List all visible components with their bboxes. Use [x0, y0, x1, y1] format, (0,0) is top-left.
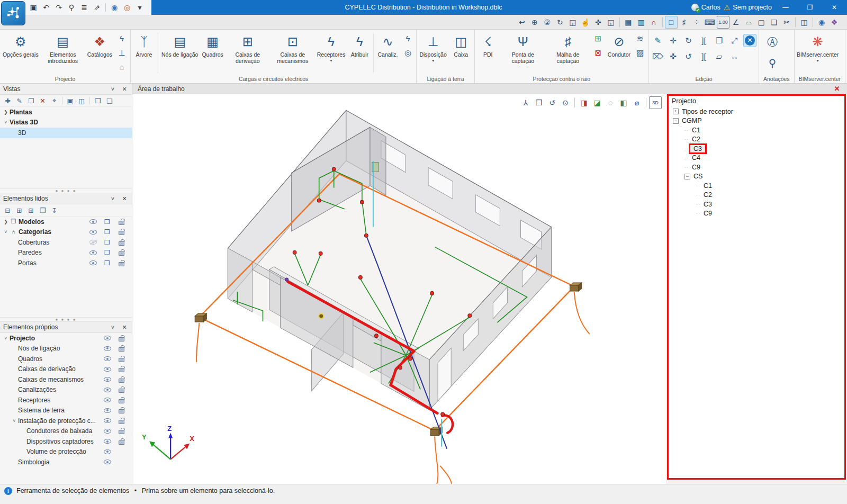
caixa-button[interactable]: ◫Caixa — [449, 31, 473, 59]
move-button[interactable]: ✛ — [666, 34, 680, 47]
visibility-icon[interactable] — [104, 449, 111, 454]
tree-item-3d[interactable]: 3D — [0, 128, 132, 138]
receptor-node-c4[interactable]: ··C4 — [672, 154, 841, 163]
unlock-icon[interactable] — [119, 251, 124, 256]
hatch-area[interactable]: ▨ — [633, 46, 647, 59]
canaliz-button[interactable]: ∿Canaliz. — [375, 31, 400, 59]
visibility-icon[interactable] — [89, 260, 97, 265]
delete-button[interactable]: ✕ — [743, 34, 756, 47]
unlock-icon[interactable] — [119, 221, 124, 225]
ortho-mode[interactable]: □ — [665, 16, 678, 29]
offset-plane-button[interactable]: ▱ — [713, 50, 726, 63]
protractor[interactable]: ⌓ — [742, 16, 755, 29]
unlock-icon[interactable] — [119, 347, 124, 352]
tree-panel-close-icon[interactable]: ✕ — [832, 85, 842, 93]
comments[interactable]: ❏ — [768, 16, 780, 29]
section-box[interactable]: ◨ — [578, 96, 590, 109]
tree-item-modelos[interactable]: ❯❒Modelos❒ — [0, 217, 132, 227]
collapse-panel-button[interactable]: ˅ — [109, 323, 117, 331]
move-point-button[interactable]: ✜ — [666, 50, 680, 63]
visibility-icon[interactable] — [104, 460, 111, 464]
window-layout[interactable]: ◫ — [798, 16, 810, 29]
zoom-window[interactable]: ◲ — [566, 16, 579, 29]
chevron-icon[interactable]: ❯ — [2, 110, 10, 115]
chevron-icon[interactable]: ˅ — [2, 336, 10, 341]
tree-item-portas[interactable]: Portas❒ — [0, 258, 132, 268]
edit-button[interactable]: ✎ — [651, 34, 664, 47]
export[interactable]: ⇗ — [91, 2, 103, 13]
tree-item-coberturas[interactable]: Coberturas❒ — [0, 237, 132, 248]
open-view[interactable]: ❒ — [92, 95, 103, 106]
3d-box-icon[interactable]: ❒ — [104, 259, 110, 267]
tree-item-canalizacoes[interactable]: Canalizações — [0, 385, 132, 395]
tree-item-caixas-de-mecanismos[interactable]: Caixas de mecanismos — [0, 374, 132, 385]
redo[interactable]: ↷ — [53, 2, 65, 13]
elementos-introduzidos-button[interactable]: ▤Elementos introduzidos — [41, 31, 85, 65]
rotate-button[interactable]: ↻ — [682, 34, 695, 47]
project-status[interactable]: ⚠ Sem projecto — [724, 3, 772, 12]
grid[interactable]: ♯ — [678, 16, 690, 29]
user-account[interactable]: Carlos — [691, 4, 720, 11]
pdi-button[interactable]: ☇PDI — [476, 31, 500, 59]
close-panel-button[interactable]: ✕ — [120, 194, 129, 203]
camera-position[interactable]: ⌖ — [49, 95, 60, 106]
bim-model-electrical[interactable]: ϟ — [115, 32, 129, 45]
erase-button[interactable]: ⌦ — [651, 50, 664, 63]
unlock-icon[interactable] — [119, 262, 124, 266]
visibility-icon[interactable] — [89, 230, 97, 235]
receptor-node-c9[interactable]: ··C9 — [672, 209, 841, 219]
3d-box-icon[interactable]: ❒ — [104, 239, 110, 246]
visibility-icon[interactable] — [104, 439, 111, 444]
cable-reel[interactable]: ◎ — [401, 46, 415, 59]
bim-model-building[interactable]: ⌂ — [115, 60, 129, 74]
unlock-icon[interactable] — [119, 231, 124, 235]
stretch-button[interactable]: ⤢ — [728, 34, 741, 47]
zoom-x2[interactable]: ② — [541, 16, 554, 29]
align-point-button[interactable]: ][ — [697, 50, 710, 63]
measure-button[interactable]: ↔ — [728, 50, 741, 63]
zoom-previous[interactable]: ↩ — [516, 16, 528, 29]
receptor-schemes[interactable]: ϟ — [401, 32, 415, 45]
save[interactable]: ▣ — [28, 2, 39, 13]
collapse-node-icon[interactable]: − — [684, 174, 690, 179]
visibility-icon[interactable] — [104, 408, 111, 413]
malha-de-captacao-button[interactable]: ♯Malha de captação — [546, 31, 590, 65]
tree-item-instalacao-de-proteccao-c[interactable]: ˅Instalação de protecção c... — [0, 416, 132, 426]
move-view[interactable]: ✜ — [592, 16, 605, 29]
search[interactable]: ⚲ — [66, 2, 77, 13]
dimension-input[interactable]: 1.00 — [717, 16, 729, 29]
unlock-icon[interactable] — [119, 241, 124, 246]
close-panel-button[interactable]: ✕ — [120, 323, 129, 331]
delete-view[interactable]: ✕ — [37, 95, 48, 106]
tree-item-paredes[interactable]: Paredes❒ — [0, 248, 132, 258]
unlock-icon[interactable] — [119, 368, 124, 372]
caixas-de-derivacao-button[interactable]: ⊞Caixas de derivação — [226, 31, 270, 65]
unlock-icon[interactable] — [119, 379, 124, 383]
tree-item-receptores[interactable]: Receptores — [0, 395, 132, 406]
tree-item-volume-de-proteccao[interactable]: Volume de protecção — [0, 447, 132, 457]
keyboard-entry[interactable]: ⌨ — [703, 16, 717, 29]
tree-item-categorias[interactable]: ˅⑃Categorias❒ — [0, 227, 132, 238]
visibility-icon[interactable] — [104, 356, 111, 361]
hide-elements[interactable]: ⌀ — [630, 96, 643, 109]
rotate-point-button[interactable]: ↺ — [682, 50, 695, 63]
bim-sync[interactable]: ◉ — [109, 2, 120, 13]
chevron-icon[interactable]: ˅ — [11, 418, 18, 424]
zoom-annotations-button[interactable]: ⚲ — [763, 54, 781, 72]
snapshot[interactable]: ▣ — [65, 95, 76, 106]
condutor-button[interactable]: ⊘Condutor — [606, 31, 632, 59]
help-book[interactable]: ❖ — [828, 16, 841, 29]
tree-item-nos-de-ligacao[interactable]: Nós de ligação — [0, 344, 132, 354]
clip-volume[interactable]: ◌ — [604, 96, 617, 109]
unlock-icon[interactable] — [119, 337, 124, 341]
maximize-button[interactable]: ❐ — [799, 1, 821, 14]
bim-update[interactable]: ◎ — [121, 2, 133, 13]
receptor-node-tipos-de-receptor[interactable]: +Tipos de receptor — [672, 107, 841, 116]
view-3d-options[interactable]: 3D — [649, 96, 662, 109]
tree-item-condutores-de-baixada[interactable]: Condutores de baixada — [0, 426, 132, 437]
selection-box[interactable]: ▢ — [755, 16, 768, 29]
modify-tools[interactable]: ✂ — [780, 16, 793, 29]
zoom-all[interactable]: ⊕ — [528, 16, 541, 29]
3d-box-icon[interactable]: ❒ — [104, 228, 110, 236]
bimserver-center-button[interactable]: ❋BIMserver.center▼ — [796, 31, 840, 64]
